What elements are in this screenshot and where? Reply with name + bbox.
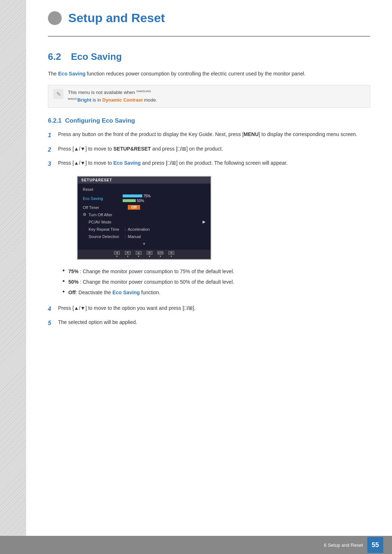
monitor-btn-down-label: ▼ [127, 255, 129, 258]
footer-chapter-text: 6 Setup and Reset [324, 542, 363, 548]
row-label-reset: Reset [83, 187, 123, 192]
bar-75 [123, 194, 142, 197]
bullet-text-75: 75% : Change the monitor power consumpti… [68, 267, 234, 276]
eco-saving-highlight: Eco Saving [58, 71, 85, 77]
row-label-offtimer: Off Timer [83, 205, 123, 210]
row-value-ecosaving: 75% 50% [123, 194, 205, 203]
eco-bars: 75% 50% [123, 194, 151, 203]
bullet-item-75: • 75% : Change the monitor power consump… [62, 267, 370, 276]
step-number-2: 2 [48, 145, 58, 155]
bar-50 [123, 199, 136, 202]
section-6-2: 6.2 Eco Saving The Eco Saving function r… [48, 51, 370, 328]
monitor-row-keyrepeat: Key Repeat Time : Acceleration [78, 226, 211, 233]
step-number-5: 5 [48, 318, 58, 328]
step-text-5: The selected option will be applied. [58, 318, 370, 327]
steps-list-2: 4 Press [▲/▼] to move to the option you … [48, 304, 370, 328]
bullet-key-off: Off [68, 290, 75, 295]
row-label-sourcedetect: Source Detection [83, 234, 123, 239]
arrow-right-pcav: ▶ [203, 219, 205, 224]
bullet-text-50: 50% : Change the monitor power consumpti… [68, 278, 234, 287]
step-3: 3 Press [▲/▼] to move to Eco Saving and … [48, 159, 370, 169]
note-icon: ✎ [53, 89, 64, 99]
monitor-row-ecosaving: Eco Saving 75% 50% [78, 193, 211, 204]
bar-50-row: 50% [123, 199, 151, 203]
bullet-key-50: 50% [68, 279, 78, 285]
page-footer: 6 Setup and Reset 55 [0, 536, 392, 554]
step-text-4: Press [▲/▼] to move to the option you wa… [58, 304, 370, 313]
monitor-body: Reset Eco Saving 75% [78, 184, 211, 250]
step-number-1: 1 [48, 130, 58, 140]
monitor-btn-settings: ⚙ ▼ [168, 251, 174, 258]
monitor-btn-back: ◄ ▼ [114, 251, 120, 258]
row-label-keyrepeat: Key Repeat Time [83, 227, 123, 231]
row-label-ecosaving: Eco Saving [83, 196, 123, 201]
gear-icon-cell: ⚙ [83, 212, 89, 217]
monitor-screen: SETUP&RESET Reset Eco Saving 75% [77, 176, 211, 260]
row-value-sourcedetect: Manual [128, 234, 205, 239]
step-2: 2 Press [▲/▼] to move to SETUP&RESET and… [48, 145, 370, 155]
monitor-row-scroll: ▼ [78, 240, 211, 247]
step-number-3: 3 [48, 159, 58, 169]
bullet-dot-2: • [62, 278, 65, 286]
monitor-btn-auto-label: ▼ [159, 255, 162, 258]
svg-text:✎: ✎ [56, 91, 61, 97]
bullet-dot-3: • [62, 288, 65, 296]
row-colon-keyrepeat: : [123, 227, 128, 231]
bullet-key-75: 75% [68, 268, 78, 274]
subsection-title-6-2-1: 6.2.1 Configuring Eco Saving [48, 117, 370, 124]
step-5: 5 The selected option will be applied. [48, 318, 370, 328]
eco-saving-step3-highlight: Eco Saving [113, 160, 140, 166]
monitor-row-pcav: PC/AV Mode ▶ [78, 218, 211, 226]
monitor-bottom-bar: ◄ ▼ ▼ ▼ ▲ ▼ ⊞ ▼ [78, 250, 211, 259]
step-number-4: 4 [48, 304, 58, 314]
off-box: Off [128, 205, 140, 210]
section-title-6-2: 6.2 Eco Saving [48, 51, 370, 62]
step-text-2: Press [▲/▼] to move to SETUP&RESET and p… [58, 145, 370, 153]
monitor-btn-down: ▼ ▼ [125, 251, 131, 258]
monitor-row-turnoff: ⚙ Turn Off After [78, 211, 211, 218]
title-setup: Setup and Reset [68, 11, 165, 25]
eco-saving-bullet-highlight: Eco Saving [113, 290, 140, 295]
section-6-2-1: 6.2.1 Configuring Eco Saving 1 Press any… [48, 117, 370, 328]
step-4: 4 Press [▲/▼] to move to the option you … [48, 304, 370, 314]
monitor-btn-back-label: ▼ [116, 255, 118, 258]
monitor-row-sourcedetect: Source Detection : Manual [78, 233, 211, 240]
page-header: Setup and Reset [48, 0, 370, 37]
monitor-btn-down-icon: ▼ [125, 251, 131, 255]
scroll-down-icon: ▼ [142, 242, 146, 246]
step-text-3: Press [▲/▼] to move to Eco Saving and pr… [58, 159, 370, 168]
setup-reset-highlight: SETUP&RESET [113, 146, 151, 152]
monitor-btn-up: ▲ ▼ [136, 251, 142, 258]
monitor-row-reset: Reset [78, 186, 211, 193]
bullet-list: • 75% : Change the monitor power consump… [62, 267, 370, 297]
monitor-btn-enter-icon: ⊞ [147, 251, 152, 255]
monitor-btn-enter-label: ▼ [148, 255, 151, 258]
section-intro-text: The Eco Saving function reduces power co… [48, 70, 370, 78]
monitor-screen-header: SETUP&RESET [78, 177, 211, 184]
section-number-6-2: 6.2 [48, 51, 61, 62]
bullet-item-50: • 50% : Change the monitor power consump… [62, 278, 370, 287]
bullet-text-off: Off: Deactivate the Eco Saving function. [68, 288, 160, 297]
row-label-turnoff: Turn Off After [89, 213, 128, 217]
monitor-btn-up-label: ▼ [138, 255, 140, 258]
monitor-btn-enter: ⊞ ▼ [147, 251, 152, 258]
bullet-dot-1: • [62, 267, 65, 275]
main-content: Setup and Reset 6.2 Eco Saving The Eco S… [26, 0, 392, 364]
intro-text-1: The [48, 71, 58, 77]
menu-key: MENU [244, 131, 258, 137]
row-label-pcav: PC/AV Mode [83, 220, 123, 224]
row-colon-sourcedetect: : [123, 234, 128, 239]
footer-page-number: 55 [367, 537, 383, 553]
section-title-text: Eco Saving [71, 51, 122, 62]
row-value-keyrepeat: Acceleration [128, 227, 205, 231]
monitor-btn-auto: AUTO ▼ [158, 251, 163, 258]
bar-label-50: 50% [137, 199, 144, 203]
page-title: Setup and Reset [68, 11, 165, 25]
sidebar-stripe [0, 0, 26, 554]
step-1: 1 Press any button on the front of the p… [48, 130, 370, 140]
monitor-row-offtimer: Off Timer Off [78, 204, 211, 211]
note-text: This menu is not available when SAMSUNGM… [68, 89, 157, 104]
chapter-circle [48, 11, 62, 25]
row-value-offtimer: Off [128, 205, 205, 210]
monitor-btn-auto-icon: AUTO [158, 251, 163, 255]
